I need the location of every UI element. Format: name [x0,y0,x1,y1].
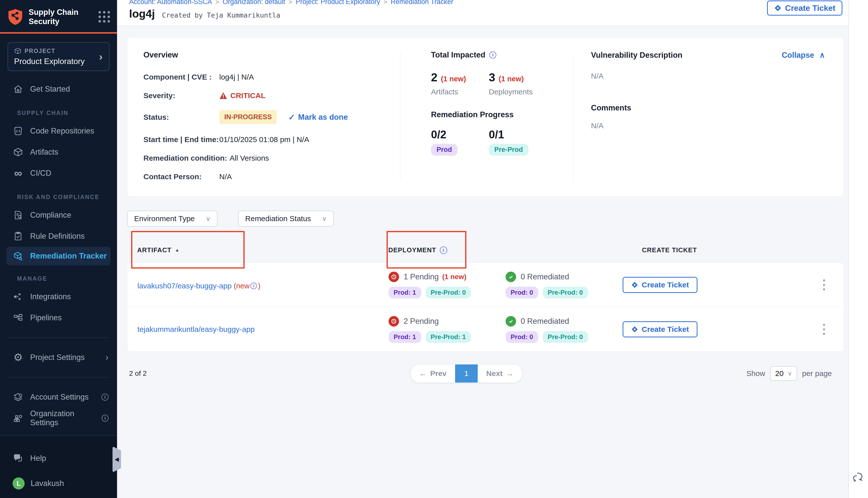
apps-grid-icon[interactable] [99,11,110,23]
info-icon[interactable]: i [102,415,108,422]
artifact-link[interactable]: tejakummarikuntla/easy-buggy-app [138,325,255,333]
app-title: Supply Chain Security [29,8,84,26]
breadcrumb-organization[interactable]: Organization: default [222,0,285,5]
breadcrumb-current[interactable]: Remediation Tracker [391,0,453,5]
pending-clock-icon [389,316,399,327]
sidebar-footer: ? Help L Lavakush [0,435,117,498]
create-ticket-button-header[interactable]: Create Ticket [767,0,842,16]
artifacts-table: lavakush07/easy-buggy-app (new i ) 1 Pen… [127,263,844,352]
preprod-count-badge: Pre-Prod: 0 [426,287,471,299]
prod-count-badge: Prod: 0 [506,287,538,299]
next-page-button[interactable]: Next → [478,365,522,382]
page-subtitle: Created by Teja Kummarikuntla [162,11,280,19]
user-menu[interactable]: L Lavakush [0,473,117,494]
pagination-summary: 2 of 2 [129,369,147,378]
breadcrumb-separator: > [384,0,387,5]
artifact-link[interactable]: lavakush07/easy-buggy-app [138,281,232,290]
time-value: 01/10/2025 01:08 pm | N/A [219,135,309,144]
info-icon[interactable]: i [102,394,108,401]
home-icon [13,83,24,95]
table-header-row: ARTIFACT ▲ DEPLOYMENT i CREATE TICKET [127,246,844,254]
sidebar-item-organization-settings[interactable]: Organization Settings i [0,408,117,429]
sidebar-item-artifacts[interactable]: Artifacts [0,142,117,163]
severity-value: CRITICAL [219,91,265,100]
sidebar-item-cicd[interactable]: ∞ CI/CD [0,163,117,184]
impacted-deployments-count: 3 [489,70,495,84]
prod-count-badge: Prod: 1 [389,287,421,299]
mark-as-done-button[interactable]: ✓ Mark as done [288,113,348,122]
deployment-pending-cell: 2 Pending Prod: 1 Pre-Prod: 1 [389,316,506,343]
comments-heading: Comments [591,103,825,113]
chevron-down-icon: ∨ [322,215,327,223]
remediated-count: 0 Remediated [521,272,569,281]
comments-value: N/A [591,121,825,130]
sidebar-item-account-settings[interactable]: Account Settings i [0,386,117,408]
avatar: L [13,477,25,489]
project-selector[interactable]: PROJECT Product Exploratory › [8,42,109,71]
create-ticket-button-row[interactable]: Create Ticket [623,277,698,293]
artifacts-cube-icon [13,147,24,158]
sidebar-item-help[interactable]: ? Help [0,448,117,469]
collapse-button[interactable]: Collapse ∧ [781,51,825,60]
remediation-progress-heading: Remediation Progress [431,110,573,119]
row-menu-kebab-icon[interactable] [820,276,828,294]
deployment-remediated-cell: 0 Remediated Prod: 0 Pre-Prod: 0 [506,316,623,343]
help-chat-icon: ? [13,453,24,464]
environment-type-filter[interactable]: Environment Type ∨ [127,211,218,227]
support-chat-icon[interactable] [851,470,865,485]
org-chart-gear-icon [13,412,24,424]
remediation-status-filter[interactable]: Remediation Status ∨ [238,211,334,227]
svg-text:?: ? [16,454,18,459]
impacted-deployments-new: (1 new) [499,75,524,83]
sidebar-item-code-repositories[interactable]: Code Repositories [0,120,117,142]
breadcrumb-account[interactable]: Account: Automation-SSCA [129,0,212,5]
chevron-down-icon: ∨ [206,215,210,223]
project-cube-icon [14,47,22,55]
impacted-deployments-label: Deployments [489,88,546,96]
current-page-button[interactable]: 1 [455,365,478,382]
remediated-check-icon [506,272,516,282]
sidebar-item-pipelines[interactable]: Pipelines [0,307,117,328]
info-icon[interactable]: i [250,283,257,289]
sidebar-item-remediation-tracker[interactable]: Remediation Tracker [7,247,111,265]
prev-page-button[interactable]: ← Prev [411,365,455,382]
chevron-up-icon: ∧ [819,51,825,60]
sidebar-collapse-handle[interactable]: ◀ [113,446,121,472]
info-icon[interactable]: i [489,51,496,58]
total-impacted-heading: Total Impacted [431,51,485,60]
component-cve-label: Component | CVE : [143,73,219,81]
sidebar-item-get-started[interactable]: Get Started [0,79,117,100]
overview-heading: Overview [143,51,400,60]
section-supply-chain: SUPPLY CHAIN [0,110,117,117]
chevron-right-icon: › [105,352,108,363]
page-size-select[interactable]: 20 ∨ [770,366,797,381]
sidebar-divider [8,377,109,378]
severity-label: Severity: [143,91,219,100]
sort-ascending-icon[interactable]: ▲ [175,248,180,253]
breadcrumb: Account: Automation-SSCA>Organization: d… [129,0,453,6]
status-label: Status: [143,113,219,121]
cicd-infinity-icon: ∞ [13,168,24,179]
prod-count-badge: Prod: 1 [389,331,421,343]
row-menu-kebab-icon[interactable] [820,320,828,339]
breadcrumb-project[interactable]: Project: Product Exploratory [296,0,380,5]
condition-label: Remediation condition: [143,154,227,162]
column-header-artifact[interactable]: ARTIFACT ▲ [137,246,388,254]
project-label: PROJECT [25,48,55,54]
create-ticket-button-row[interactable]: Create Ticket [623,321,698,337]
section-manage: MANAGE [0,275,117,282]
remediation-tracker-icon [13,250,24,262]
info-icon[interactable]: i [440,247,447,254]
per-page-label: per page [802,369,832,378]
sidebar-item-integrations[interactable]: Integrations [0,286,117,307]
supply-chain-security-logo-icon [8,8,23,25]
deployment-remediated-cell: 0 Remediated Prod: 0 Pre-Prod: 0 [506,272,623,299]
vulnerability-description-value: N/A [591,72,825,80]
sidebar-item-project-settings[interactable]: ⚙ Project Settings › [0,347,117,368]
preprod-progress: 0/1 [489,128,546,141]
remediated-check-icon [506,316,516,327]
show-label: Show [747,369,765,378]
gear-icon: ⚙ [13,352,24,363]
sidebar-item-rule-definitions[interactable]: Rule Definitions [0,226,117,247]
sidebar-item-compliance[interactable]: Compliance [0,205,117,226]
